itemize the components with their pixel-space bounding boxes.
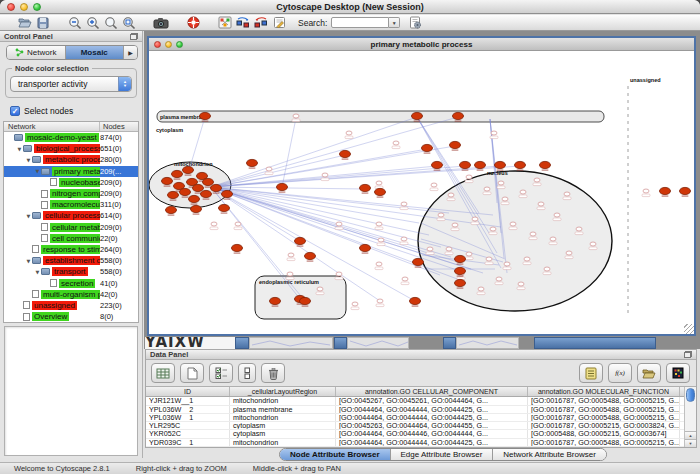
network-node[interactable] <box>452 223 458 227</box>
scroll-down-icon[interactable]: ▼ <box>685 439 696 447</box>
network-node[interactable] <box>401 202 407 206</box>
network-node-selected[interactable] <box>455 267 466 274</box>
tree-row[interactable]: cell communicat22(0) <box>4 233 138 244</box>
network-node-selected[interactable] <box>300 297 311 304</box>
select-attributes-icon[interactable] <box>209 363 233 383</box>
network-node-selected[interactable] <box>247 159 258 166</box>
tree-row[interactable]: cellular metabo209(0) <box>4 222 138 233</box>
network-node[interactable] <box>530 232 536 236</box>
expand-arrow-icon[interactable]: ▼ <box>25 258 32 264</box>
network-node-selected[interactable] <box>166 206 177 213</box>
tree-row[interactable]: macromolecule311(0) <box>4 199 138 210</box>
network-node[interactable] <box>502 197 508 201</box>
expand-arrow-icon[interactable]: ▼ <box>34 269 41 275</box>
network-node[interactable] <box>317 287 323 291</box>
network-node[interactable] <box>446 247 452 251</box>
network-node-selected[interactable] <box>168 191 179 198</box>
table-column-header[interactable]: annotation.GO CELLULAR_COMPONENT <box>336 387 528 396</box>
tree-column-network[interactable]: Network <box>4 122 100 131</box>
close-window-button[interactable] <box>7 3 15 11</box>
network-node-selected[interactable] <box>660 187 671 194</box>
unselect-attributes-icon[interactable] <box>238 363 256 383</box>
expand-arrow-icon[interactable]: ▼ <box>25 157 32 163</box>
window-resize-grip[interactable] <box>684 324 694 334</box>
network-node-selected[interactable] <box>219 204 230 211</box>
zoom-window-button[interactable] <box>33 3 41 11</box>
expand-arrow-icon[interactable]: ▼ <box>16 146 23 152</box>
network-node[interactable] <box>576 227 582 231</box>
network-node-selected[interactable] <box>540 161 551 168</box>
attribute-grid-icon[interactable] <box>151 363 175 383</box>
table-column-header[interactable]: ID <box>146 387 230 396</box>
network-node[interactable] <box>550 237 556 241</box>
save-session-icon[interactable] <box>34 15 52 30</box>
background-window-titlebar[interactable] <box>334 337 347 349</box>
network-node-selected[interactable] <box>453 112 464 119</box>
background-window-thumbnail[interactable] <box>249 337 333 349</box>
network-node[interactable] <box>466 252 472 256</box>
scroll-up-icon[interactable]: ▲ <box>685 431 696 439</box>
network-node[interactable] <box>486 257 492 261</box>
network-node[interactable] <box>491 131 497 135</box>
network-node[interactable] <box>378 238 384 242</box>
network-canvas[interactable]: plasma membranecytoplasmmitochondrionnuc… <box>149 51 694 334</box>
network-node-selected[interactable] <box>412 112 423 119</box>
search-options-icon[interactable] <box>406 15 424 30</box>
network-node[interactable] <box>520 190 526 194</box>
tree-row[interactable]: ▼biological_process651(0) <box>4 143 138 154</box>
network-node[interactable] <box>484 187 490 191</box>
network-node-selected[interactable] <box>375 188 386 195</box>
attribute-list-icon[interactable] <box>579 363 603 383</box>
node-color-dropdown[interactable]: transporter activity ▲▼ <box>10 76 132 92</box>
tree-row[interactable]: ▼transport558(0) <box>4 266 138 277</box>
formula-fx-icon[interactable]: f(x) <box>608 363 632 383</box>
table-row[interactable]: YJR121W__1mitochondrion[GO:0045267, GO:0… <box>146 397 684 405</box>
network-node-selected[interactable] <box>172 170 183 177</box>
network-node-selected[interactable] <box>422 144 433 151</box>
network-node[interactable] <box>322 173 328 177</box>
network-edge[interactable] <box>282 118 296 187</box>
tree-column-nodes[interactable]: Nodes <box>100 122 138 131</box>
network-node[interactable] <box>235 222 241 226</box>
network-node-selected[interactable] <box>232 244 243 251</box>
minimize-window-button[interactable] <box>20 3 28 11</box>
tree-row[interactable]: unassigned223(0) <box>4 300 138 311</box>
network-node-selected[interactable] <box>410 297 421 304</box>
import-attributes-icon[interactable] <box>637 363 661 383</box>
tab-network-attribute-browser[interactable]: Network Attribute Browser <box>493 449 605 460</box>
network-node-selected[interactable] <box>191 205 202 212</box>
network-window-zoom-button[interactable] <box>176 41 183 48</box>
tab-overflow-arrow-icon[interactable]: ▶ <box>124 46 137 59</box>
network-window-minimize-button[interactable] <box>165 41 172 48</box>
network-node-selected[interactable] <box>360 244 371 251</box>
tree-row[interactable]: ▼establishment of lo558(0) <box>4 255 138 266</box>
network-node-selected[interactable] <box>680 187 691 194</box>
tab-mosaic[interactable]: Mosaic <box>66 46 125 59</box>
network-node-selected[interactable] <box>455 255 466 262</box>
network-node[interactable] <box>478 287 484 291</box>
tree-row[interactable]: Overview8(0) <box>4 311 138 322</box>
annotation-edit-icon[interactable] <box>270 15 288 30</box>
network-node[interactable] <box>346 131 352 135</box>
help-lifering-icon[interactable] <box>184 15 202 30</box>
network-node[interactable] <box>544 267 550 271</box>
network-node[interactable] <box>266 167 272 171</box>
float-panel-icon[interactable] <box>130 33 138 40</box>
birdseye-view-panel[interactable] <box>4 326 138 456</box>
table-row[interactable]: YKR052Ccytoplasm[GO:0044464, GO:0044446,… <box>146 430 684 438</box>
network-window-close-button[interactable] <box>154 41 161 48</box>
tree-row[interactable]: ▼cellular process614(0) <box>4 210 138 221</box>
network-node-selected[interactable] <box>450 141 461 148</box>
table-scrollbar[interactable]: ▲ ▼ <box>684 387 696 447</box>
network-node-selected[interactable] <box>189 195 200 202</box>
network-node-selected[interactable] <box>270 297 281 304</box>
network-node[interactable] <box>564 192 570 196</box>
network-node[interactable] <box>538 202 544 206</box>
zoom-out-icon[interactable] <box>66 15 84 30</box>
network-node[interactable] <box>472 217 478 221</box>
network-node[interactable] <box>288 253 294 257</box>
tab-node-attribute-browser[interactable]: Node Attribute Browser <box>280 449 391 460</box>
tab-edge-attribute-browser[interactable]: Edge Attribute Browser <box>391 449 494 460</box>
network-node[interactable] <box>336 222 342 226</box>
background-window-thumbnail[interactable] <box>456 337 519 349</box>
